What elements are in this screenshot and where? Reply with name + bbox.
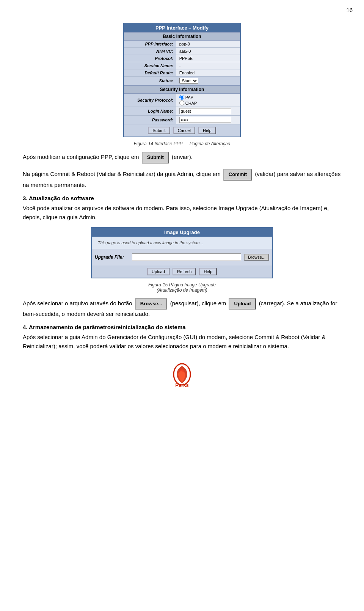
table-row: ATM VC: aal5-0 bbox=[124, 48, 240, 55]
submit-inline-button[interactable]: Submit bbox=[142, 152, 169, 163]
figure15-caption-line2: (Atualização de Imagem) bbox=[157, 287, 207, 293]
status-value[interactable]: Start bbox=[176, 77, 240, 85]
parks-logo: Parks bbox=[165, 362, 199, 390]
security-protocol-label: Security Protocol: bbox=[124, 94, 176, 107]
field-label: ATM VC: bbox=[124, 48, 176, 55]
chap-radio[interactable] bbox=[179, 101, 184, 105]
browse-button[interactable]: Browse... bbox=[244, 254, 269, 261]
upgrade-file-label: Upgrade File: bbox=[95, 254, 129, 260]
pap-radio[interactable] bbox=[179, 95, 184, 100]
security-protocol-value: PAP CHAP bbox=[176, 94, 240, 107]
field-value: Enabled bbox=[176, 69, 240, 77]
field-label: Protocol: bbox=[124, 55, 176, 62]
basic-info-header: Basic Information bbox=[124, 32, 240, 41]
field-value: aal5-0 bbox=[176, 48, 240, 55]
ppp-buttons-row: Submit Cancel Help bbox=[124, 124, 240, 137]
para1-end-text: (enviar). bbox=[172, 154, 193, 160]
field-label: Service Name: bbox=[124, 62, 176, 69]
password-label: Password: bbox=[124, 116, 176, 124]
figure15-caption: Figura-15 Página Image Upgrade (Atualiza… bbox=[23, 282, 341, 293]
field-value: PPPoE bbox=[176, 55, 240, 62]
para2-start-text: Na página Commit & Reboot (Validar & Rei… bbox=[23, 171, 221, 177]
status-select[interactable]: Start bbox=[179, 78, 198, 84]
parks-logo-container: Parks bbox=[23, 362, 341, 390]
security-protocol-row: Security Protocol: PAP CHAP bbox=[124, 94, 240, 107]
paragraph-1: Após modificar a configuração PPP, cliqu… bbox=[23, 152, 341, 163]
table-row: Protocol: PPPoE bbox=[124, 55, 240, 62]
field-value: ppp-0 bbox=[176, 41, 240, 48]
section4-paragraph: Após selecionar a guia Admin do Gerencia… bbox=[23, 333, 341, 351]
upgrade-file-row: Upgrade File: Browse... bbox=[92, 252, 272, 262]
table-row: Service Name: - bbox=[124, 62, 240, 69]
field-label: Default Route: bbox=[124, 69, 176, 77]
login-value bbox=[176, 107, 240, 116]
status-label: Status: bbox=[124, 77, 176, 85]
cancel-button[interactable]: Cancel bbox=[173, 127, 195, 134]
upgrade-buttons-row: Upload Refresh Help bbox=[92, 265, 272, 278]
section3-paragraph: Você pode atualizar os arquivos de softw… bbox=[23, 204, 341, 222]
help-upgrade-button[interactable]: Help bbox=[199, 268, 217, 275]
chap-label: CHAP bbox=[185, 101, 197, 105]
ppp-dialog-title: PPP Interface – Modify bbox=[124, 24, 240, 32]
help-button[interactable]: Help bbox=[198, 127, 216, 134]
parks-logo-svg: Parks bbox=[165, 362, 199, 389]
submit-button[interactable]: Submit bbox=[148, 127, 170, 134]
field-label: PPP Interface: bbox=[124, 41, 176, 48]
section4-title: 4. Armazenamento de parâmetros/reinicial… bbox=[23, 324, 341, 330]
ppp-interface-dialog: PPP Interface – Modify Basic Information… bbox=[123, 23, 241, 137]
para1-text: Após modificar a configuração PPP, cliqu… bbox=[23, 154, 139, 160]
paragraph-3: Após selecionar o arquivo através do bot… bbox=[23, 298, 341, 319]
pap-label: PAP bbox=[185, 95, 193, 100]
security-table: Security Protocol: PAP CHAP bbox=[124, 94, 240, 124]
password-row: Password: bbox=[124, 116, 240, 124]
paragraph-2: Na página Commit & Reboot (Validar & Rei… bbox=[23, 169, 341, 190]
commit-inline-button[interactable]: Commit bbox=[223, 169, 252, 181]
password-value bbox=[176, 116, 240, 124]
upgrade-file-input[interactable] bbox=[132, 253, 241, 261]
upgrade-dialog-title: Image Upgrade bbox=[92, 228, 272, 237]
password-input[interactable] bbox=[179, 117, 231, 123]
upload-button[interactable]: Upload bbox=[147, 268, 169, 275]
refresh-button[interactable]: Refresh bbox=[173, 268, 196, 275]
field-value: - bbox=[176, 62, 240, 69]
browse-inline-button[interactable]: Browse... bbox=[135, 298, 168, 310]
para3-mid-text: (pesquisar), clique em bbox=[170, 300, 226, 306]
table-row: Default Route: Enabled bbox=[124, 69, 240, 77]
table-row: PPP Interface: ppp-0 bbox=[124, 41, 240, 48]
ppp-fields-table: PPP Interface: ppp-0 ATM VC: aal5-0 Prot… bbox=[124, 41, 240, 85]
image-upgrade-dialog: Image Upgrade This page is used to uploa… bbox=[91, 227, 273, 278]
figure15-caption-line1: Figura-15 Página Image Upgrade bbox=[148, 282, 216, 287]
page-number: 16 bbox=[346, 7, 353, 13]
login-input[interactable] bbox=[179, 108, 231, 114]
security-info-header: Security Information bbox=[124, 85, 240, 94]
upgrade-dialog-subtitle: This page is used to upload a new image … bbox=[92, 237, 272, 249]
login-label: Login Name: bbox=[124, 107, 176, 116]
parks-text: Parks bbox=[175, 382, 188, 388]
para3-start-text: Após selecionar o arquivo através do bot… bbox=[23, 300, 132, 306]
figure14-caption: Figura-14 Interface PPP — Página de Alte… bbox=[23, 141, 341, 146]
status-row: Status: Start bbox=[124, 77, 240, 85]
section3-title: 3. Atualização do software bbox=[23, 195, 341, 201]
login-row: Login Name: bbox=[124, 107, 240, 116]
upload-inline-button[interactable]: Upload bbox=[229, 298, 256, 310]
